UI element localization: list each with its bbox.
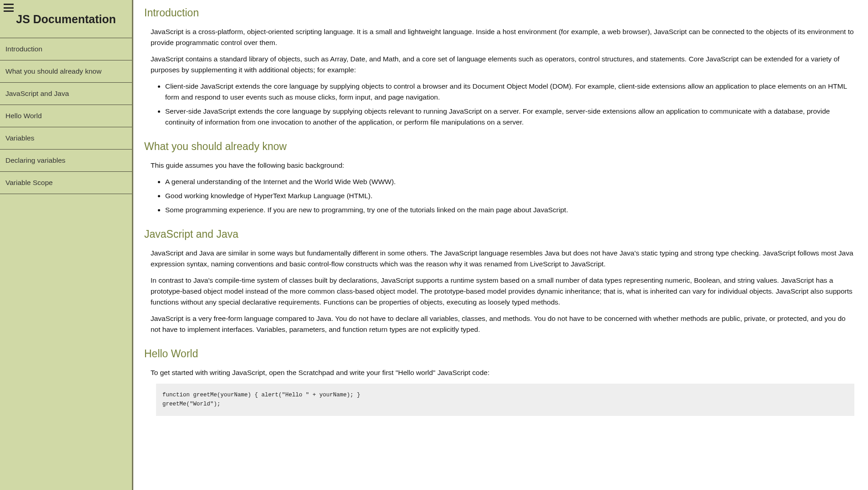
nav-item-variable-scope[interactable]: Variable Scope [0, 171, 132, 194]
nav-item-already-know[interactable]: What you should already know [0, 60, 132, 82]
paragraph: JavaScript is a cross-platform, object-o… [151, 26, 854, 48]
code-block: function greetMe(yourName) { alert("Hell… [156, 384, 854, 416]
list-item: Good working knowledge of HyperText Mark… [165, 190, 854, 201]
bullet-list: Client-side JavaScript extends the core … [163, 81, 854, 128]
section-header: JavaScript and Java [144, 228, 854, 240]
paragraph: JavaScript is a very free-form language … [151, 313, 854, 335]
section-header: Introduction [144, 7, 854, 19]
section-hello-world: Hello World To get started with writing … [144, 348, 854, 416]
section-already-know: What you should already know This guide … [144, 140, 854, 215]
section-js-and-java: JavaScript and Java JavaScript and Java … [144, 228, 854, 335]
paragraph: To get started with writing JavaScript, … [151, 367, 854, 378]
main-content: Introduction JavaScript is a cross-platf… [133, 0, 868, 490]
nav-item-declaring-variables[interactable]: Declaring variables [0, 149, 132, 171]
menu-icon[interactable] [4, 4, 14, 12]
paragraph: JavaScript contains a standard library o… [151, 54, 854, 75]
sidebar: JS Documentation Introduction What you s… [0, 0, 133, 490]
nav-item-js-and-java[interactable]: JavaScript and Java [0, 82, 132, 105]
list-item: Server-side JavaScript extends the core … [165, 106, 854, 128]
section-header: Hello World [144, 348, 854, 360]
paragraph: JavaScript and Java are similar in some … [151, 248, 854, 270]
nav-item-introduction[interactable]: Introduction [0, 38, 132, 60]
nav-item-hello-world[interactable]: Hello World [0, 105, 132, 127]
nav-item-variables[interactable]: Variables [0, 127, 132, 149]
list-item: Client-side JavaScript extends the core … [165, 81, 854, 103]
paragraph: In contrast to Java's compile-time syste… [151, 275, 854, 308]
nav-list: Introduction What you should already kno… [0, 38, 132, 194]
list-item: Some programming experience. If you are … [165, 205, 854, 215]
section-introduction: Introduction JavaScript is a cross-platf… [144, 7, 854, 128]
paragraph: This guide assumes you have the followin… [151, 160, 854, 171]
bullet-list: A general understanding of the Internet … [163, 176, 854, 215]
sidebar-title: JS Documentation [0, 0, 132, 38]
section-header: What you should already know [144, 140, 854, 153]
list-item: A general understanding of the Internet … [165, 176, 854, 187]
